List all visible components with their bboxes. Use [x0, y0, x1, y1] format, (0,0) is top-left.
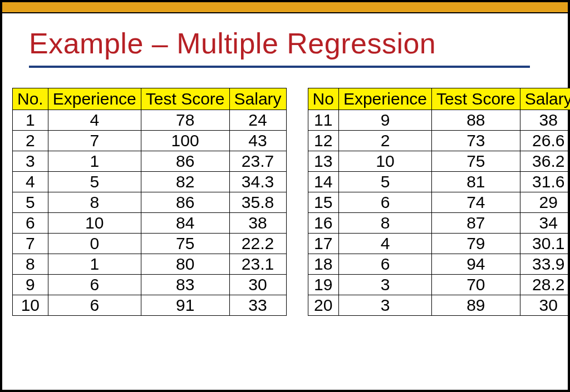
cell-sal: 34	[520, 213, 570, 234]
col-header-test-score: Test Score	[141, 88, 229, 110]
table-row: 1688734	[308, 213, 570, 234]
cell-exp: 1	[48, 254, 141, 275]
col-header-experience: Experience	[338, 88, 431, 110]
table-row: 707522.2	[13, 234, 287, 254]
table-row: 1069133	[13, 295, 287, 316]
cell-no: 7	[13, 234, 48, 254]
cell-ts: 74	[432, 192, 520, 213]
cell-ts: 70	[432, 275, 520, 295]
table-row: 458234.3	[13, 172, 287, 192]
cell-no: 15	[308, 192, 338, 213]
cell-sal: 38	[520, 110, 570, 131]
table-row: 2038930	[308, 295, 570, 316]
cell-exp: 3	[338, 295, 431, 316]
cell-exp: 10	[48, 213, 141, 234]
slide-frame: Example – Multiple Regression No. Experi…	[0, 0, 570, 392]
cell-sal: 23.7	[229, 151, 286, 172]
col-header-salary: Salary	[520, 88, 570, 110]
table-row: 1567429	[308, 192, 570, 213]
cell-exp: 1	[48, 151, 141, 172]
cell-sal: 36.2	[520, 151, 570, 172]
cell-no: 3	[13, 151, 48, 172]
cell-sal: 33.9	[520, 254, 570, 275]
table-row: 818023.1	[13, 254, 287, 275]
cell-sal: 30.1	[520, 234, 570, 254]
table-row: 2710043	[13, 131, 287, 151]
table-row: 968330	[13, 275, 287, 295]
cell-no: 2	[13, 131, 48, 151]
cell-ts: 87	[432, 213, 520, 234]
cell-sal: 31.6	[520, 172, 570, 192]
cell-sal: 33	[229, 295, 286, 316]
cell-no: 12	[308, 131, 338, 151]
cell-sal: 26.6	[520, 131, 570, 151]
tables-container: No. Experience Test Score Salary 1478242…	[2, 68, 568, 316]
cell-no: 19	[308, 275, 338, 295]
table-row: 1747930.1	[308, 234, 570, 254]
cell-exp: 9	[338, 110, 431, 131]
cell-no: 11	[308, 110, 338, 131]
cell-sal: 30	[520, 295, 570, 316]
cell-sal: 38	[229, 213, 286, 234]
col-header-test-score: Test Score	[432, 88, 520, 110]
cell-no: 13	[308, 151, 338, 172]
cell-ts: 89	[432, 295, 520, 316]
cell-ts: 94	[432, 254, 520, 275]
cell-ts: 73	[432, 131, 520, 151]
cell-exp: 6	[48, 275, 141, 295]
cell-exp: 3	[338, 275, 431, 295]
table-row: 6108438	[13, 213, 287, 234]
table-row: 1227326.6	[308, 131, 570, 151]
cell-sal: 35.8	[229, 192, 286, 213]
table-row: 1869433.9	[308, 254, 570, 275]
cell-exp: 6	[338, 254, 431, 275]
cell-no: 10	[13, 295, 48, 316]
slide-title: Example – Multiple Regression	[29, 27, 568, 60]
cell-sal: 30	[229, 275, 286, 295]
cell-ts: 86	[141, 151, 229, 172]
cell-sal: 34.3	[229, 172, 286, 192]
table-row: 1198838	[308, 110, 570, 131]
cell-ts: 75	[141, 234, 229, 254]
cell-exp: 5	[48, 172, 141, 192]
cell-no: 16	[308, 213, 338, 234]
table-row: 147824	[13, 110, 287, 131]
table-body-right: 11988381227326.613107536.21458131.615674…	[308, 110, 570, 316]
cell-ts: 79	[432, 234, 520, 254]
cell-ts: 82	[141, 172, 229, 192]
cell-no: 17	[308, 234, 338, 254]
cell-ts: 81	[432, 172, 520, 192]
cell-exp: 8	[338, 213, 431, 234]
table-row: 318623.7	[13, 151, 287, 172]
cell-sal: 24	[229, 110, 286, 131]
table-body-left: 1478242710043318623.7458234.3588635.8610…	[13, 110, 287, 316]
cell-exp: 2	[338, 131, 431, 151]
col-header-no: No.	[13, 88, 48, 110]
cell-ts: 88	[432, 110, 520, 131]
table-row: 1937028.2	[308, 275, 570, 295]
cell-sal: 28.2	[520, 275, 570, 295]
cell-no: 6	[13, 213, 48, 234]
cell-sal: 43	[229, 131, 286, 151]
cell-no: 14	[308, 172, 338, 192]
cell-exp: 5	[338, 172, 431, 192]
cell-sal: 29	[520, 192, 570, 213]
cell-ts: 84	[141, 213, 229, 234]
cell-no: 8	[13, 254, 48, 275]
table-header-row: No Experience Test Score Salary	[308, 88, 570, 110]
cell-exp: 6	[338, 192, 431, 213]
cell-exp: 4	[338, 234, 431, 254]
cell-exp: 7	[48, 131, 141, 151]
cell-ts: 91	[141, 295, 229, 316]
cell-no: 9	[13, 275, 48, 295]
cell-ts: 100	[141, 131, 229, 151]
table-header-row: No. Experience Test Score Salary	[13, 88, 287, 110]
cell-no: 20	[308, 295, 338, 316]
table-row: 1458131.6	[308, 172, 570, 192]
cell-ts: 78	[141, 110, 229, 131]
cell-no: 18	[308, 254, 338, 275]
cell-exp: 6	[48, 295, 141, 316]
col-header-salary: Salary	[229, 88, 286, 110]
cell-exp: 0	[48, 234, 141, 254]
data-table-left: No. Experience Test Score Salary 1478242…	[12, 88, 287, 316]
